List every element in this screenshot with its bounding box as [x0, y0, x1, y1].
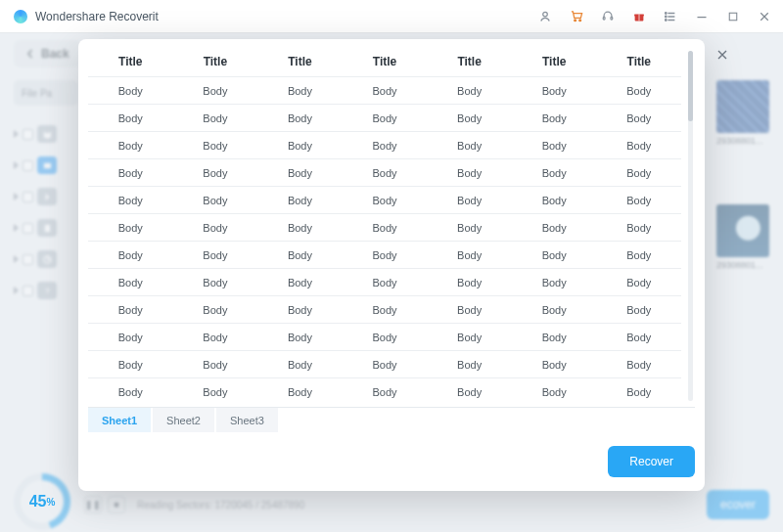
table-cell: Body: [257, 332, 343, 343]
table-cell: Body: [427, 249, 512, 261]
minimize-icon[interactable]: [691, 6, 713, 27]
table-cell: Body: [343, 85, 428, 97]
table-cell: Body: [88, 195, 173, 206]
svg-point-0: [543, 12, 548, 17]
table-cell: Body: [512, 112, 597, 124]
table-cell: Body: [427, 167, 512, 179]
table-cell: Body: [596, 332, 681, 343]
vertical-scrollbar[interactable]: [685, 47, 695, 405]
table-row[interactable]: BodyBodyBodyBodyBodyBodyBody: [88, 131, 681, 158]
spreadsheet-preview-modal: TitleTitleTitleTitleTitleTitleTitleBodyB…: [78, 39, 705, 491]
table-row[interactable]: BodyBodyBodyBodyBodyBodyBody: [88, 213, 681, 241]
cart-icon[interactable]: [566, 6, 587, 27]
svg-rect-11: [698, 17, 707, 18]
table-cell: Body: [343, 222, 428, 234]
table-cell: Body: [257, 167, 343, 179]
table-cell: Body: [173, 249, 258, 261]
table-cell: Body: [88, 140, 173, 152]
table-cell: Body: [512, 249, 597, 261]
column-header: Title: [596, 55, 681, 68]
table-cell: Body: [88, 359, 173, 371]
table-cell: Body: [512, 85, 597, 97]
table-cell: Body: [343, 112, 428, 124]
table-cell: Body: [512, 222, 597, 234]
user-icon[interactable]: [534, 6, 556, 27]
table-cell: Body: [343, 386, 428, 398]
maximize-icon[interactable]: [722, 6, 744, 27]
table-cell: Body: [343, 195, 428, 206]
svg-rect-7: [638, 14, 639, 21]
table-row[interactable]: BodyBodyBodyBodyBodyBodyBody: [88, 323, 681, 350]
table-cell: Body: [596, 249, 681, 261]
sheet-tab[interactable]: Sheet3: [216, 408, 278, 432]
table-cell: Body: [596, 277, 681, 288]
column-header: Title: [427, 55, 512, 68]
title-bar: Wondershare Recoverit: [0, 0, 783, 33]
svg-point-2: [578, 20, 580, 22]
table-cell: Body: [257, 112, 343, 124]
table-cell: Body: [173, 386, 258, 398]
recover-button[interactable]: Recover: [608, 446, 695, 477]
table-cell: Body: [173, 332, 258, 343]
table-cell: Body: [512, 195, 597, 206]
table-row[interactable]: BodyBodyBodyBodyBodyBodyBody: [88, 268, 681, 295]
close-icon[interactable]: [754, 6, 775, 27]
table-cell: Body: [596, 222, 681, 234]
table-cell: Body: [257, 249, 343, 261]
table-cell: Body: [173, 304, 258, 316]
table-cell: Body: [257, 195, 343, 206]
table-cell: Body: [512, 386, 597, 398]
table-row[interactable]: BodyBodyBodyBodyBodyBodyBody: [88, 104, 681, 131]
table-cell: Body: [427, 222, 512, 234]
table-cell: Body: [427, 304, 512, 316]
table-header-row: TitleTitleTitleTitleTitleTitleTitle: [88, 47, 681, 76]
table-cell: Body: [88, 304, 173, 316]
table-cell: Body: [596, 167, 681, 179]
table-cell: Body: [88, 85, 173, 97]
column-header: Title: [88, 55, 173, 68]
app-logo: [14, 10, 27, 23]
sheet-tab[interactable]: Sheet1: [88, 408, 151, 432]
table-cell: Body: [88, 332, 173, 343]
table-cell: Body: [512, 304, 597, 316]
table-cell: Body: [343, 332, 428, 343]
table-row[interactable]: BodyBodyBodyBodyBodyBodyBody: [88, 158, 681, 186]
table-row[interactable]: BodyBodyBodyBodyBodyBodyBody: [88, 241, 681, 268]
table-cell: Body: [173, 167, 258, 179]
sheet-tab[interactable]: Sheet2: [153, 408, 214, 432]
gift-icon[interactable]: [628, 6, 650, 27]
table-cell: Body: [512, 359, 597, 371]
table-cell: Body: [173, 112, 258, 124]
table-cell: Body: [427, 359, 512, 371]
table-row[interactable]: BodyBodyBodyBodyBodyBodyBody: [88, 76, 681, 104]
table-cell: Body: [427, 112, 512, 124]
column-header: Title: [257, 55, 343, 68]
table-cell: Body: [427, 195, 512, 206]
svg-point-9: [666, 16, 667, 17]
support-icon[interactable]: [597, 6, 619, 27]
table-cell: Body: [427, 332, 512, 343]
table-cell: Body: [343, 304, 428, 316]
table-cell: Body: [427, 140, 512, 152]
table-row[interactable]: BodyBodyBodyBodyBodyBodyBody: [88, 186, 681, 213]
close-icon: [716, 49, 728, 61]
table-cell: Body: [427, 277, 512, 288]
column-header: Title: [343, 55, 428, 68]
table-row[interactable]: BodyBodyBodyBodyBodyBodyBody: [88, 350, 681, 377]
close-modal-button[interactable]: [713, 45, 732, 65]
table-cell: Body: [173, 195, 258, 206]
table-cell: Body: [343, 359, 428, 371]
table-cell: Body: [173, 85, 258, 97]
table-cell: Body: [596, 304, 681, 316]
table-cell: Body: [257, 85, 343, 97]
table-cell: Body: [88, 249, 173, 261]
table-cell: Body: [173, 140, 258, 152]
list-icon[interactable]: [660, 6, 681, 27]
table-cell: Body: [88, 167, 173, 179]
table-cell: Body: [173, 222, 258, 234]
table-cell: Body: [257, 140, 343, 152]
table-row[interactable]: BodyBodyBodyBodyBodyBodyBody: [88, 377, 681, 405]
table-cell: Body: [257, 304, 343, 316]
spreadsheet-table: TitleTitleTitleTitleTitleTitleTitleBodyB…: [88, 47, 681, 405]
table-row[interactable]: BodyBodyBodyBodyBodyBodyBody: [88, 295, 681, 323]
